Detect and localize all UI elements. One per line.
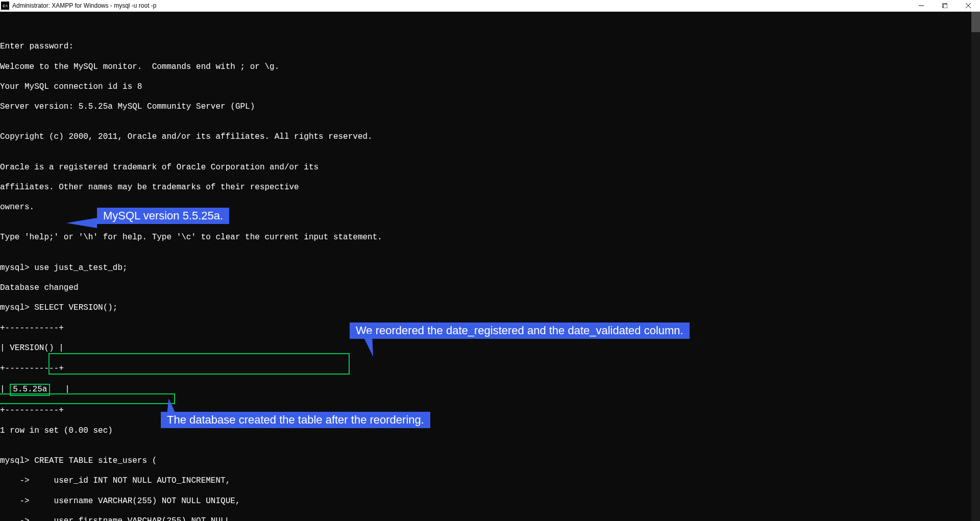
callout-text: We reordered the date_registered and the… [356,324,683,337]
terminal-line: Your MySQL connection id is 8 [0,82,763,92]
terminal-line: affiliates. Other names may be trademark… [0,183,763,193]
maximize-button[interactable] [933,0,957,11]
titlebar-left: C:\ Administrator: XAMPP for Windows - m… [0,2,157,10]
window-titlebar: C:\ Administrator: XAMPP for Windows - m… [0,0,980,12]
terminal-line: -> username VARCHAR(255) NOT NULL UNIQUE… [0,497,763,507]
terminal-line: -> user_firstname VARCHAR(255) NOT NULL, [0,516,763,521]
scrollbar-track[interactable] [971,12,980,521]
terminal-line: Enter password: [0,42,763,52]
scrollbar-thumb[interactable] [971,12,980,32]
cmd-icon: C:\ [1,2,9,10]
callout-text: The database created the table after the… [167,413,424,426]
callout-pointer-icon [66,218,97,228]
close-button[interactable] [957,0,980,11]
terminal-line: Welcome to the MySQL monitor. Commands e… [0,62,763,72]
terminal-line: Server version: 5.5.25a MySQL Community … [0,102,763,112]
window-controls [910,0,980,11]
callout-text: MySQL version 5.5.25a. [103,209,223,222]
terminal-line: Oracle is a registered trademark of Orac… [0,163,763,173]
terminal-line: mysql> SELECT VERSION(); [0,303,763,313]
terminal-line: -> user_id INT NOT NULL AUTO_INCREMENT, [0,476,763,486]
terminal-line: mysql> CREATE TABLE site_users ( [0,456,763,466]
date-columns-highlight [48,353,350,375]
terminal-line: Copyright (c) 2000, 2011, Oracle and/or … [0,132,763,142]
query-ok-highlight [0,393,175,404]
callout-reorder: We reordered the date_registered and the… [350,322,690,339]
version-row-post: | [50,385,69,394]
terminal-line: mysql> use just_a_test_db; [0,263,763,274]
window-title: Administrator: XAMPP for Windows - mysql… [12,2,157,9]
terminal[interactable]: Enter password: Welcome to the MySQL mon… [0,12,980,521]
terminal-line: Type 'help;' or '\h' for help. Type '\c'… [0,233,763,243]
terminal-line: Database changed [0,283,763,293]
svg-rect-2 [943,4,947,8]
callout-table-created: The database created the table after the… [161,412,430,428]
terminal-line: | VERSION() | [0,343,763,354]
terminal-content: Enter password: Welcome to the MySQL mon… [0,32,763,521]
callout-version: MySQL version 5.5.25a. [97,208,229,224]
version-row-pre: | [0,385,10,394]
minimize-button[interactable] [910,0,933,11]
